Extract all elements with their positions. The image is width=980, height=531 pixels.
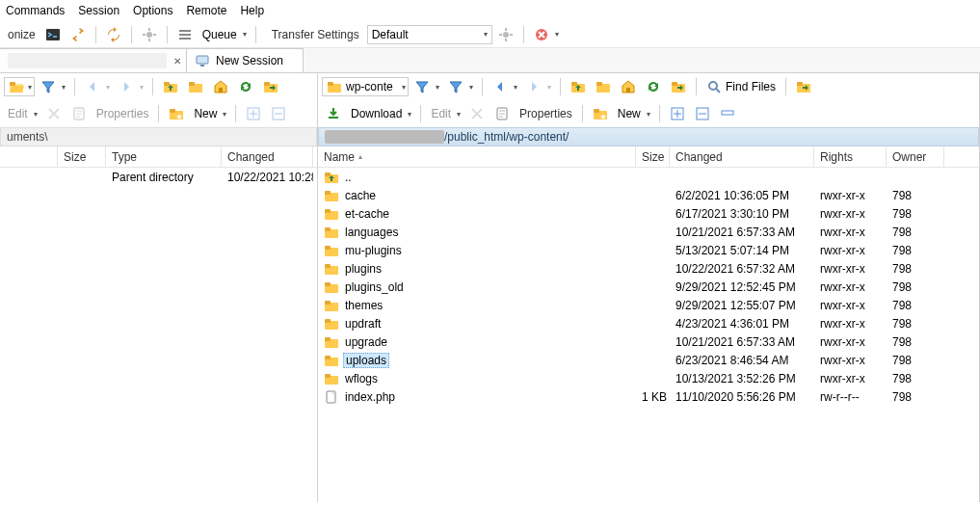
file-rights: rwxr-xr-x <box>814 262 887 276</box>
folder-icon <box>324 371 339 386</box>
sync-browse-icon[interactable] <box>66 24 90 45</box>
list-item[interactable]: Parent directory 10/22/2021 10:28 <box>0 168 317 186</box>
download-icon[interactable] <box>322 103 345 124</box>
remote-dir-dropdown[interactable]: wp-conte <box>322 77 409 96</box>
list-item[interactable]: .. <box>318 168 979 186</box>
remote-properties-button[interactable]: Properties <box>516 107 576 120</box>
file-changed: 9/29/2021 12:55:07 PM <box>670 299 814 312</box>
remote-parent-icon[interactable] <box>567 76 590 97</box>
list-item[interactable]: uploads6/23/2021 8:46:54 AMrwxr-xr-x798 <box>318 351 979 369</box>
file-rights: rwxr-xr-x <box>814 335 887 349</box>
remote-col-owner[interactable]: Owner <box>887 146 944 167</box>
list-item[interactable]: plugins10/22/2021 6:57:32 AMrwxr-xr-x798 <box>318 259 979 278</box>
disconnect-icon[interactable] <box>530 24 562 45</box>
remote-delete-icon[interactable] <box>465 103 489 124</box>
remote-home-icon[interactable] <box>617 76 640 97</box>
file-name: themes <box>343 299 384 312</box>
list-item[interactable]: index.php1 KB11/10/2020 5:56:26 PMrw-r--… <box>318 387 979 406</box>
remote-forward-icon[interactable] <box>522 76 554 97</box>
find-files-button[interactable]: Find Files <box>702 76 780 97</box>
local-new-button[interactable]: New <box>190 103 229 124</box>
list-item[interactable]: et-cache6/17/2021 3:30:10 PMrwxr-xr-x798 <box>318 204 979 223</box>
local-col-name[interactable] <box>0 146 58 167</box>
download-button[interactable]: Download <box>347 103 414 124</box>
synchronize-label[interactable]: onize <box>4 28 40 41</box>
local-col-changed[interactable]: Changed <box>222 146 313 167</box>
local-list[interactable]: Parent directory 10/22/2021 10:28 <box>0 168 317 502</box>
queue-button[interactable]: Queue <box>199 24 250 45</box>
remote-plus-icon[interactable] <box>666 103 689 124</box>
local-properties-icon[interactable] <box>67 103 91 124</box>
local-parent-icon[interactable] <box>159 76 182 97</box>
remote-edit-button[interactable]: Edit <box>427 103 464 124</box>
transfer-settings-config-icon[interactable] <box>494 24 517 45</box>
remote-refresh-icon[interactable] <box>642 76 665 97</box>
local-col-size[interactable]: Size <box>58 146 106 167</box>
menu-commands[interactable]: Commands <box>6 4 65 17</box>
remote-path-bar[interactable]: xxxxxxxxxxxxxxxxxxxx /public_html/wp-con… <box>318 127 979 146</box>
local-root-icon[interactable] <box>184 76 207 97</box>
local-new-folder-icon[interactable] <box>165 103 188 124</box>
file-rights: rwxr-xr-x <box>814 207 887 221</box>
menu-help[interactable]: Help <box>240 4 264 17</box>
terminal-icon[interactable] <box>41 24 65 45</box>
file-owner: 798 <box>887 299 944 312</box>
remote-col-size[interactable]: Size <box>636 146 670 167</box>
local-col-type[interactable]: Type <box>106 146 222 167</box>
local-header: Size Type Changed <box>0 146 317 168</box>
list-item[interactable]: cache6/2/2021 10:36:05 PMrwxr-xr-x798 <box>318 186 979 204</box>
remote-bookmark-icon[interactable] <box>792 76 815 97</box>
remote-minus-icon[interactable] <box>691 103 714 124</box>
file-rights: rwxr-xr-x <box>814 189 887 202</box>
local-minus-icon[interactable] <box>267 103 290 124</box>
close-icon[interactable]: ✕ <box>173 56 181 66</box>
session-tab-active[interactable]: ✕ <box>0 48 187 72</box>
menu-options[interactable]: Options <box>133 4 172 17</box>
file-name: wflogs <box>343 372 380 385</box>
local-filter-icon[interactable] <box>37 76 68 97</box>
local-back-icon[interactable] <box>81 76 113 97</box>
local-plus-icon[interactable] <box>242 103 265 124</box>
local-home-icon[interactable] <box>209 76 232 97</box>
local-dir-dropdown[interactable] <box>4 77 35 96</box>
remote-shortcut-icon[interactable] <box>667 76 690 97</box>
local-pane: Edit Properties New uments\ Size Type Ch… <box>0 73 318 502</box>
compare-icon[interactable] <box>102 24 125 45</box>
local-path-bar[interactable]: uments\ <box>0 127 317 146</box>
list-item[interactable]: upgrade10/21/2021 6:57:33 AMrwxr-xr-x798 <box>318 332 979 351</box>
local-forward-icon[interactable] <box>115 76 146 97</box>
file-changed: 6/23/2021 8:46:54 AM <box>670 354 814 367</box>
local-properties-button[interactable]: Properties <box>93 107 153 120</box>
menu-remote[interactable]: Remote <box>186 4 226 17</box>
remote-back-icon[interactable] <box>489 76 520 97</box>
list-item[interactable]: themes9/29/2021 12:55:07 PMrwxr-xr-x798 <box>318 296 979 314</box>
remote-col-changed[interactable]: Changed <box>670 146 814 167</box>
list-item[interactable]: wflogs10/13/2021 3:52:26 PMrwxr-xr-x798 <box>318 369 979 387</box>
file-size: 1 KB <box>636 390 670 404</box>
new-session-tab[interactable]: New Session <box>186 48 304 72</box>
local-shortcut-icon[interactable] <box>259 76 282 97</box>
remote-properties-icon[interactable] <box>490 103 514 124</box>
transfer-settings-select[interactable]: Default▾ <box>367 25 492 44</box>
menu-session[interactable]: Session <box>78 4 119 17</box>
queue-icon[interactable] <box>173 24 197 45</box>
folder-icon <box>324 243 339 258</box>
remote-new-folder-icon[interactable] <box>589 103 612 124</box>
preferences-icon[interactable] <box>138 24 161 45</box>
remote-list[interactable]: ..cache6/2/2021 10:36:05 PMrwxr-xr-x798e… <box>318 168 979 502</box>
file-changed: 11/10/2020 5:56:26 PM <box>670 390 814 404</box>
remote-box-icon[interactable] <box>716 103 739 124</box>
list-item[interactable]: languages10/21/2021 6:57:33 AMrwxr-xr-x7… <box>318 223 979 241</box>
local-edit-button[interactable]: Edit <box>4 103 40 124</box>
remote-filter-icon[interactable] <box>411 76 442 97</box>
list-item[interactable]: mu-plugins5/13/2021 5:07:14 PMrwxr-xr-x7… <box>318 241 979 259</box>
remote-root-icon[interactable] <box>592 76 615 97</box>
remote-col-name[interactable]: Name <box>318 146 636 167</box>
list-item[interactable]: plugins_old9/29/2021 12:52:45 PMrwxr-xr-… <box>318 278 979 296</box>
local-delete-icon[interactable] <box>42 103 66 124</box>
list-item[interactable]: updraft4/23/2021 4:36:01 PMrwxr-xr-x798 <box>318 314 979 332</box>
remote-filter2-icon[interactable] <box>444 76 476 97</box>
remote-new-button[interactable]: New <box>614 103 653 124</box>
remote-col-rights[interactable]: Rights <box>814 146 887 167</box>
local-refresh-icon[interactable] <box>234 76 257 97</box>
